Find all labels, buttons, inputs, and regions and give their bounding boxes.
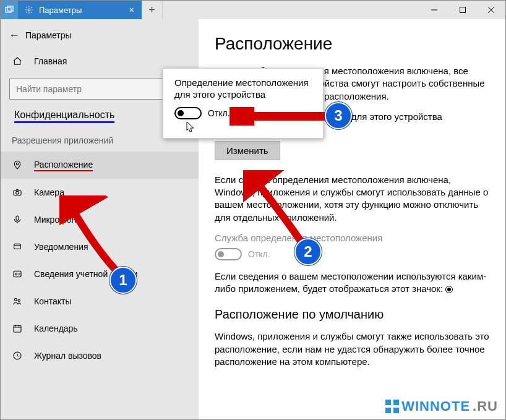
default-location-title: Расположение по умолчанию bbox=[215, 307, 489, 322]
sidebar-category-privacy[interactable]: Конфиденциальность bbox=[14, 109, 114, 123]
svg-rect-12 bbox=[16, 216, 19, 220]
default-location-paragraph: Windows, приложения и службы смогут такж… bbox=[215, 330, 489, 368]
microphone-icon bbox=[12, 215, 23, 225]
annotation-bubble-1: 1 bbox=[109, 267, 137, 294]
cursor-icon bbox=[186, 121, 195, 132]
windows-logo-icon bbox=[385, 400, 399, 413]
close-button[interactable] bbox=[477, 1, 505, 19]
gear-icon bbox=[24, 5, 34, 15]
tab-settings[interactable]: Параметры × bbox=[18, 1, 142, 19]
popup-location-toggle[interactable] bbox=[174, 107, 202, 119]
svg-rect-0 bbox=[6, 7, 11, 12]
maximize-button[interactable] bbox=[448, 1, 477, 19]
svg-point-16 bbox=[14, 298, 17, 301]
contacts-icon bbox=[12, 296, 23, 306]
tab-label: Параметры bbox=[39, 6, 121, 15]
svg-rect-13 bbox=[14, 244, 21, 249]
sidebar-item-calendar[interactable]: Календарь bbox=[1, 315, 199, 342]
sidebar-item-callhistory[interactable]: Журнал вызовов bbox=[1, 342, 199, 369]
sidebar-item-label: Контакты bbox=[34, 296, 71, 306]
breadcrumb-title: Параметры bbox=[25, 30, 72, 40]
annotation-bubble-2: 2 bbox=[294, 238, 322, 265]
search-field[interactable] bbox=[15, 84, 174, 95]
account-icon bbox=[12, 269, 23, 279]
settings-window: Параметры × + ← Параметры bbox=[0, 0, 506, 420]
sidebar-item-label: Расположение bbox=[34, 160, 93, 171]
new-tab-button[interactable]: + bbox=[142, 1, 163, 19]
svg-rect-1 bbox=[7, 6, 13, 11]
breadcrumb: ← Параметры bbox=[1, 23, 199, 48]
svg-rect-4 bbox=[460, 7, 466, 13]
annotation-bubble-3: 3 bbox=[325, 102, 352, 129]
sidebar-item-label: Главная bbox=[34, 56, 67, 66]
watermark: WINNOTE.RU bbox=[385, 398, 498, 414]
sidebar-item-label: Календарь bbox=[34, 324, 78, 333]
taskview-icon[interactable] bbox=[1, 1, 18, 19]
sidebar-section-heading: Разрешения приложений bbox=[12, 135, 187, 145]
home-icon bbox=[12, 56, 23, 66]
popup-title: Определение местоположения для этого уст… bbox=[174, 77, 312, 101]
titlebar: Параметры × + bbox=[1, 1, 505, 19]
annotation-arrow-3 bbox=[229, 107, 328, 126]
window-controls bbox=[420, 1, 505, 19]
calendar-icon bbox=[12, 324, 23, 333]
sidebar-item-contacts[interactable]: Контакты bbox=[1, 288, 199, 315]
svg-point-9 bbox=[16, 163, 18, 165]
back-button[interactable]: ← bbox=[3, 29, 25, 42]
close-tab-icon[interactable]: × bbox=[126, 5, 138, 15]
location-service-state: Откл. bbox=[248, 249, 270, 259]
sidebar-item-location[interactable]: Расположение bbox=[1, 152, 199, 179]
location-icon bbox=[12, 160, 23, 170]
location-usage-icon bbox=[445, 286, 453, 293]
callhistory-icon bbox=[12, 351, 23, 361]
svg-point-15 bbox=[15, 273, 17, 275]
svg-point-2 bbox=[28, 9, 30, 11]
svg-point-11 bbox=[16, 191, 19, 194]
annotation-arrow-2 bbox=[243, 170, 311, 251]
sidebar-item-label: Журнал вызовов bbox=[34, 351, 101, 361]
svg-point-17 bbox=[18, 299, 20, 301]
usage-paragraph: Если сведения о вашем местоположении исп… bbox=[215, 270, 489, 296]
change-button[interactable]: Изменить bbox=[215, 141, 280, 160]
popup-toggle-state: Откл. bbox=[208, 108, 230, 118]
location-service-toggle bbox=[215, 248, 242, 260]
svg-rect-18 bbox=[14, 325, 21, 332]
notification-icon bbox=[12, 242, 23, 252]
camera-icon bbox=[12, 187, 23, 197]
minimize-button[interactable] bbox=[420, 1, 448, 19]
page-title: Расположение bbox=[215, 34, 489, 54]
